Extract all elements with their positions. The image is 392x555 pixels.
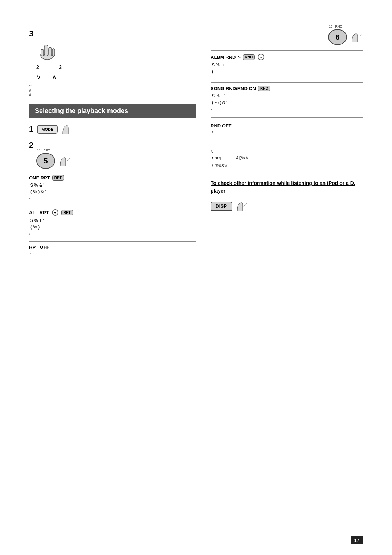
- main-content: 3 2: [29, 29, 363, 266]
- rnd-modes-container: ALBM RND *- RND ● $ %. + ' (: [211, 50, 363, 142]
- svg-line-7: [66, 158, 70, 161]
- song-rnd-title: SONG RND/RND ON RND: [211, 86, 363, 91]
- song-rnd-desc2: ( % ( & ': [212, 99, 363, 106]
- press-illustration: [36, 41, 196, 61]
- disp-button-area: DISP: [211, 200, 363, 212]
- one-rpt-footnote: *: [29, 197, 196, 202]
- mode-button[interactable]: MODE: [37, 125, 58, 134]
- rnd-off-section: RND OFF ': [211, 120, 363, 139]
- svg-rect-3: [52, 49, 55, 56]
- albm-rnd-desc2: (: [212, 68, 363, 75]
- song-rnd-footnote: *: [211, 108, 363, 112]
- rpt-key-area: 11 RPT 5: [36, 153, 196, 169]
- albm-rnd-asterisk: *-: [238, 55, 240, 59]
- step3-sub-label: 3: [59, 64, 62, 70]
- all-rpt-footnote: *: [29, 232, 196, 237]
- asterisk-row: ！"# $ &()% #: [211, 155, 363, 161]
- all-rpt-section: ALL RPT ● RPT $ % + ' ( % ) + ' *: [29, 206, 196, 240]
- svg-rect-2: [49, 47, 52, 56]
- rnd-top-divider: [211, 48, 363, 48]
- asterisk-col1: ！"# $: [211, 155, 221, 161]
- rpt-key-num: 11 RPT: [37, 149, 50, 152]
- svg-line-9: [243, 203, 247, 206]
- all-rpt-desc1: $ % + ': [30, 217, 196, 224]
- svg-rect-1: [44, 45, 48, 56]
- rpt-off-section: RPT OFF ': [29, 241, 196, 261]
- footnote-hash2: #: [29, 93, 196, 97]
- song-rnd-desc1: $ %. . ': [212, 93, 363, 99]
- rpt-key-wrapper: 11 RPT 5: [36, 153, 55, 169]
- hand-press-icon: [36, 41, 62, 61]
- step2-label-main: 2: [29, 141, 196, 150]
- disp-finger-icon: [234, 200, 248, 212]
- page-number: 17: [351, 536, 363, 544]
- rnd-key-wrapper: 12 RND 6: [328, 29, 347, 45]
- rnd-key-num: 12 RND: [329, 25, 342, 28]
- one-rpt-desc1: $ % & ': [30, 182, 196, 189]
- albm-rnd-desc1: $ %. + ': [212, 62, 363, 68]
- selecting-heading: Selecting the playback modes: [29, 104, 196, 118]
- all-rpt-circle-icon: ●: [52, 209, 58, 216]
- disp-section: To check other information while listeni…: [211, 179, 363, 212]
- rnd-key-circle[interactable]: 6: [328, 29, 347, 45]
- footnote-hash1: #: [29, 88, 196, 93]
- bottom-rule: [29, 533, 363, 533]
- rnd-off-title: RND OFF: [211, 123, 363, 129]
- rpt-bottom-divider: [29, 263, 196, 263]
- right-column: 12 RND 6 ALBM RND: [211, 29, 363, 266]
- rnd-off-desc: ': [212, 130, 363, 137]
- rnd-off-divider: [211, 142, 363, 142]
- albm-rnd-circle-icon: ●: [258, 54, 264, 60]
- song-rnd-section: SONG RND/RND ON RND $ %. . ' ( % ( & ' *: [211, 82, 363, 115]
- rpt-off-desc: ': [30, 251, 196, 258]
- disp-button[interactable]: DISP: [211, 202, 232, 211]
- step1-area: 1 MODE: [29, 123, 196, 135]
- all-rpt-title: ALL RPT ● RPT: [29, 209, 196, 216]
- rpt-off-title: RPT OFF: [29, 244, 196, 250]
- footnote1: *" # #: [29, 84, 196, 97]
- disp-section-title: To check other information while listeni…: [211, 179, 363, 195]
- one-rpt-section: ONE RPT RPT $ % & ' ( % ) & ' *: [29, 172, 196, 204]
- asterisk-section: *- ！"# $ &()% # ！"$%&'#: [211, 145, 363, 169]
- one-rpt-desc2: ( % ) & ': [30, 189, 196, 195]
- left-column: 3 2: [29, 29, 196, 266]
- step3-number: 3: [29, 29, 196, 39]
- all-rpt-badge: RPT: [61, 210, 73, 215]
- down-arrow-icon: ∨: [36, 73, 41, 81]
- step2-3-area: 2 3: [36, 64, 196, 70]
- footnote-asterisk: *": [29, 84, 196, 88]
- svg-line-8: [358, 35, 362, 37]
- rnd-key-area: 12 RND 6: [211, 29, 363, 45]
- one-rpt-title: ONE RPT RPT: [29, 175, 196, 181]
- albm-rnd-badge: RND: [243, 54, 255, 60]
- rnd-key-finger-icon: [348, 31, 363, 44]
- song-rnd-divider: [211, 117, 363, 118]
- mode-finger-icon: [59, 123, 74, 135]
- one-rpt-badge: RPT: [52, 175, 64, 181]
- page-container: 3 2: [0, 0, 392, 555]
- svg-line-5: [56, 49, 60, 52]
- albm-divider: [211, 80, 363, 80]
- disp-illustration: DISP: [211, 200, 363, 212]
- albm-rnd-section: ALBM RND *- RND ● $ %. + ' (: [211, 50, 363, 78]
- exclaim-icon: ！: [68, 74, 73, 80]
- step2-sub-label: 2: [36, 64, 39, 70]
- asterisk-prefix: *-: [211, 150, 363, 154]
- asterisk-col2: &()% #: [236, 155, 248, 161]
- song-rnd-badge: RND: [258, 86, 270, 91]
- svg-line-6: [69, 126, 72, 129]
- nav-arrows-area: ∨ ∧ ！: [36, 73, 196, 81]
- step1-label: 1: [29, 125, 33, 134]
- rpt-key-finger-icon: [57, 155, 71, 167]
- svg-rect-4: [41, 49, 44, 56]
- albm-rnd-title: ALBM RND *- RND ●: [211, 54, 363, 60]
- up-arrow-icon: ∧: [52, 73, 57, 81]
- asterisk-sep: ！"$%&'#: [211, 163, 363, 169]
- all-rpt-desc2: ( % ) + ': [30, 224, 196, 230]
- step3-area: 3 2: [29, 29, 196, 97]
- rpt-modes-container: ONE RPT RPT $ % & ' ( % ) & ' *: [29, 172, 196, 263]
- rpt-key-circle[interactable]: 5: [36, 153, 55, 169]
